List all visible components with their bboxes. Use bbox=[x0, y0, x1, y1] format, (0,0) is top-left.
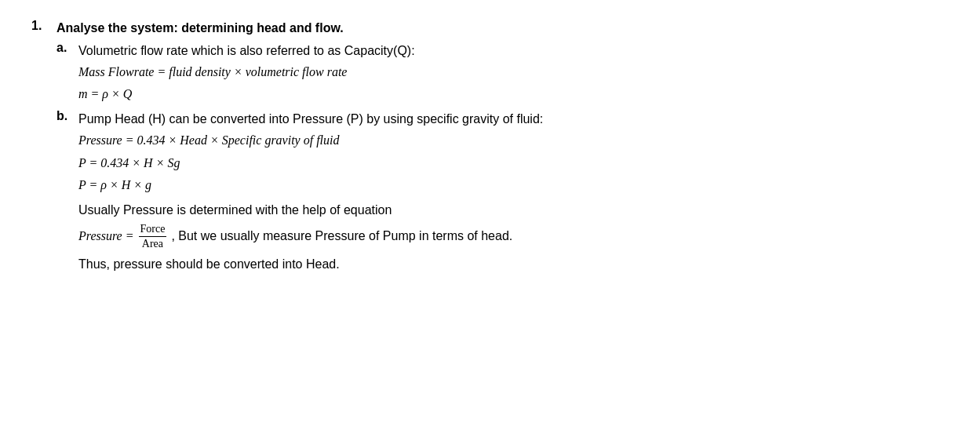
sub-item-b: b. Pump Head (H) can be converted into P… bbox=[56, 109, 949, 275]
pressure-eq-prefix: Pressure = bbox=[78, 224, 134, 249]
main-item-1: 1. Analyse the system: determining head … bbox=[31, 19, 949, 278]
main-item-content: Analyse the system: determining head and… bbox=[56, 19, 949, 278]
pressure-fraction: Force Area bbox=[139, 222, 167, 251]
sub-label-b: b. bbox=[56, 109, 72, 275]
pressure-fraction-row: Pressure = Force Area , But we usually m… bbox=[78, 222, 949, 251]
sub-item-a: a. Volumetric flow rate which is also re… bbox=[56, 41, 949, 106]
formula-mass-flowrate-short: m = ρ × Q bbox=[78, 83, 949, 106]
sub-content-b: Pump Head (H) can be converted into Pres… bbox=[78, 109, 949, 275]
sub-label-a: a. bbox=[56, 41, 72, 106]
fraction-numerator: Force bbox=[139, 222, 167, 237]
sub-content-a: Volumetric flow rate which is also refer… bbox=[78, 41, 949, 106]
formula-mass-flowrate-full: Mass Flowrate = fluid density × volumetr… bbox=[78, 61, 949, 84]
main-item-heading: Analyse the system: determining head and… bbox=[56, 19, 949, 38]
formula-pressure-rhohg: P = ρ × H × g bbox=[78, 174, 949, 197]
main-list: 1. Analyse the system: determining head … bbox=[31, 19, 949, 278]
sub-list: a. Volumetric flow rate which is also re… bbox=[56, 41, 949, 275]
formula-pressure-hsg: P = 0.434 × H × Sg bbox=[78, 152, 949, 175]
main-item-number: 1. bbox=[31, 19, 50, 278]
formula-pressure-full: Pressure = 0.434 × Head × Specific gravi… bbox=[78, 129, 949, 152]
fraction-denominator: Area bbox=[140, 237, 165, 251]
sub-intro-b: Pump Head (H) can be converted into Pres… bbox=[78, 109, 949, 129]
pressure-eq-suffix: , But we usually measure Pressure of Pum… bbox=[171, 224, 512, 249]
sub-intro-a: Volumetric flow rate which is also refer… bbox=[78, 41, 949, 61]
conclusion-text: Thus, pressure should be converted into … bbox=[78, 254, 949, 275]
pressure-normal-text: Usually Pressure is determined with the … bbox=[78, 200, 949, 220]
